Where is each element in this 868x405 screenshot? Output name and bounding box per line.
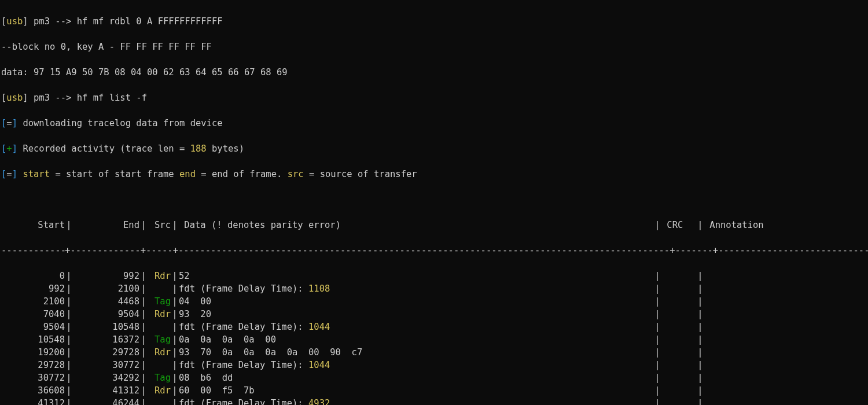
divider: | [653,359,661,371]
divider: | [653,282,661,295]
divider: | [653,384,661,397]
divider: | [696,321,704,333]
divider: | [65,346,73,359]
terminal-output[interactable]: [usb] pm3 --> hf mf rdbl 0 A FFFFFFFFFFF… [0,0,868,405]
block-line: --block no 0, key A - FF FF FF FF FF FF [1,41,867,53]
prompt-line-2: [usb] pm3 --> hf mf list -f [1,91,867,104]
cell-start: 992 [1,282,65,295]
cell-src: Tag [148,371,171,384]
divider: | [653,397,661,405]
table-row: 992|2100||fdt (Frame Delay Time): 1108|| [1,282,867,295]
divider: | [653,321,661,333]
cell-end: 10548 [73,321,139,333]
cell-data: 93 20 [179,308,653,321]
divider: | [653,346,661,359]
divider: | [139,321,148,333]
divider: | [696,384,704,397]
table-header: Start|End|Src| Data (! denotes parity er… [1,219,867,231]
divider: | [65,371,73,384]
divider: | [65,384,73,397]
divider: | [171,333,179,346]
cell-data: 60 00 f5 7b [179,384,653,397]
divider: | [696,397,704,405]
cell-start: 9504 [1,321,65,333]
divider: | [65,270,73,282]
status-download: [=] downloading tracelog data from devic… [1,117,867,130]
status-recorded: [+] Recorded activity (trace len = 188 b… [1,142,867,155]
divider: | [653,371,661,384]
table-row: 30772|34292|Tag|08 b6 dd|| [1,371,867,384]
cell-start: 30772 [1,371,65,384]
divider: | [171,321,179,333]
divider: | [139,397,148,405]
status-legend: [=] start = start of start frame end = e… [1,168,867,181]
divider: | [171,359,179,371]
divider: | [171,346,179,359]
divider: | [65,282,73,295]
table-row: 41312|46244||fdt (Frame Delay Time): 493… [1,397,867,405]
cell-data: 08 b6 dd [179,371,653,384]
cell-end: 4468 [73,295,139,308]
cell-src: Rdr [148,270,171,282]
cell-end: 30772 [73,359,139,371]
divider: | [696,282,704,295]
cell-end: 16372 [73,333,139,346]
divider: | [171,270,179,282]
divider: | [696,346,704,359]
cell-data: fdt (Frame Delay Time): 1044 [179,359,653,371]
divider: | [139,282,148,295]
cell-end: 992 [73,270,139,282]
divider: | [171,371,179,384]
table-row: 0|992|Rdr|52|| [1,270,867,282]
table-row: 7040|9504|Rdr|93 20|| [1,308,867,321]
cell-start: 29728 [1,359,65,371]
divider: | [653,295,661,308]
divider: | [65,295,73,308]
divider: | [171,295,179,308]
cell-data: 04 00 [179,295,653,308]
data-line: data: 97 15 A9 50 7B 08 04 00 62 63 64 6… [1,66,867,79]
cell-end: 29728 [73,346,139,359]
divider: | [696,270,704,282]
cell-data: 0a 0a 0a 0a 00 [179,333,653,346]
table-row: 10548|16372|Tag|0a 0a 0a 0a 00|| [1,333,867,346]
blank-line [1,193,867,206]
divider: | [171,308,179,321]
divider: | [653,270,661,282]
cell-start: 0 [1,270,65,282]
cell-data: 93 70 0a 0a 0a 0a 00 90 c7 [179,346,653,359]
divider: | [139,371,148,384]
divider: | [696,333,704,346]
table-rows-container: 0|992|Rdr|52||992|2100||fdt (Frame Delay… [1,270,867,405]
divider: | [653,333,661,346]
divider: | [171,397,179,405]
cell-start: 10548 [1,333,65,346]
divider: | [65,321,73,333]
divider: | [171,384,179,397]
table-row: 19200|29728|Rdr|93 70 0a 0a 0a 0a 00 90 … [1,346,867,359]
cell-src: Rdr [148,346,171,359]
cell-end: 46244 [73,397,139,405]
prompt-line-1: [usb] pm3 --> hf mf rdbl 0 A FFFFFFFFFFF… [1,15,867,28]
divider: | [65,333,73,346]
divider: | [139,346,148,359]
table-row: 9504|10548||fdt (Frame Delay Time): 1044… [1,321,867,333]
cell-src: Rdr [148,384,171,397]
cell-src: Rdr [148,308,171,321]
cell-data: fdt (Frame Delay Time): 4932 [179,397,653,405]
cell-end: 34292 [73,371,139,384]
cell-end: 9504 [73,308,139,321]
divider: | [696,359,704,371]
cell-data: fdt (Frame Delay Time): 1108 [179,282,653,295]
table-row: 29728|30772||fdt (Frame Delay Time): 104… [1,359,867,371]
divider: | [139,270,148,282]
divider: | [696,295,704,308]
cell-src: Tag [148,333,171,346]
divider: | [696,371,704,384]
cell-start: 41312 [1,397,65,405]
divider: | [139,359,148,371]
cell-data: fdt (Frame Delay Time): 1044 [179,321,653,333]
divider: | [696,308,704,321]
cell-start: 7040 [1,308,65,321]
divider: | [139,308,148,321]
